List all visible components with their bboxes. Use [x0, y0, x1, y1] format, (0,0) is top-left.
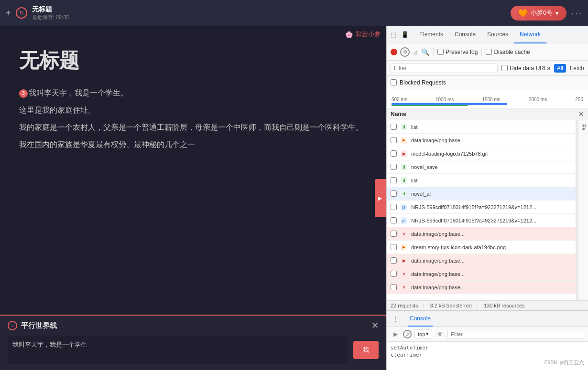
devtools-status-bar: 22 requests 3.2 kB transferred 130 kB re…	[387, 300, 588, 310]
network-item[interactable]: ▶ model-loading-logo.b7125b78.gif	[387, 147, 576, 160]
network-item-name: list	[411, 124, 572, 130]
network-item-selected[interactable]: d novel_ai	[387, 187, 576, 201]
timeline-area: 500 ms 1000 ms 1500 ms 2000 ms 250	[387, 89, 588, 108]
top-selector[interactable]: top ▾	[414, 329, 432, 338]
network-item[interactable]: ▶ data:image/png;base...	[387, 134, 576, 147]
inspect-icon[interactable]: ⬚	[389, 30, 398, 40]
search-icon[interactable]: 🔍	[421, 48, 429, 56]
disable-cache-checkbox[interactable]	[486, 49, 492, 55]
preserve-log-checkbox[interactable]	[437, 49, 444, 55]
network-item-checkbox[interactable]	[391, 244, 397, 250]
tab-network[interactable]: Network	[514, 26, 546, 43]
tab-elements[interactable]: Elements	[414, 26, 449, 43]
top-bar-left: + ↻ 无标题 最近保存: 09:35	[6, 5, 506, 21]
filter-all-button[interactable]: All	[554, 64, 566, 73]
preserve-log-text: Preserve log	[446, 49, 478, 55]
network-item-checkbox[interactable]	[391, 257, 397, 264]
network-item[interactable]: d list	[387, 174, 576, 187]
panel-action-button[interactable]: 我	[353, 341, 379, 359]
editor-content[interactable]: 无标题 3我叫李天宇，我是一个学生。 这里是我的家庭住址。 我的家庭是一个农村人…	[0, 42, 386, 339]
preserve-log-label[interactable]: Preserve log	[437, 49, 478, 55]
col-name-header: Name	[391, 111, 578, 117]
network-list-main: d list ▶ data:image/png;base... ▶	[387, 120, 576, 300]
devtools-toolbar: ⊘ ⊿ 🔍 Preserve log Disable cache	[387, 43, 588, 61]
tab-console[interactable]: Console	[449, 26, 481, 43]
device-icon[interactable]: 📱	[400, 30, 410, 40]
tab-console-active[interactable]: Console	[408, 311, 433, 327]
save-time: 最近保存: 09:35	[32, 14, 69, 21]
network-item[interactable]: d novel_save	[387, 160, 576, 174]
network-item-error[interactable]: ✕ data:image/png;base...	[387, 281, 576, 294]
console-line-1: clearTimer	[391, 352, 584, 358]
filter-icon[interactable]: ⊿	[413, 48, 418, 56]
network-item-error[interactable]: ✕ data:image/png;base...	[387, 227, 576, 241]
network-item-checkbox[interactable]	[391, 177, 397, 183]
network-status-doc-icon: d	[401, 177, 407, 184]
network-status-doc-icon: d	[401, 164, 407, 170]
network-item[interactable]: js NRJS-599cdff0718014f915f?a=923271219&…	[387, 201, 576, 214]
filter-input[interactable]	[391, 63, 498, 73]
network-item-checkbox[interactable]	[391, 271, 397, 277]
novel-title: 无标题	[19, 47, 367, 74]
separator-2	[481, 47, 482, 57]
side-indicator-label: ▶	[378, 195, 384, 201]
network-item-checkbox[interactable]	[391, 124, 397, 130]
bottom-panel-title: ○ 平行世界线	[8, 321, 57, 330]
clear-button[interactable]: ⊘	[400, 47, 410, 57]
console-filter-input[interactable]	[447, 330, 584, 338]
network-item-checkbox[interactable]	[391, 284, 397, 290]
main-container: 🌸 彩云小梦 无标题 3我叫李天宇，我是一个学生。 这里是我的家庭住址。 我的家…	[0, 26, 588, 370]
bottom-panel-header: ○ 平行世界线 ✕	[0, 316, 386, 336]
novel-text: 3我叫李天宇，我是一个学生。 这里是我的家庭住址。 我的家庭是一个农村人，父亲是…	[19, 85, 367, 152]
more-button[interactable]: ···	[571, 8, 582, 19]
network-status-err-icon: ▶	[401, 257, 407, 264]
network-list[interactable]: d list ▶ data:image/png;base... ▶	[387, 120, 576, 300]
hide-data-urls-label[interactable]: Hide data URLs	[501, 65, 550, 72]
network-item-error[interactable]: ▶ data:image/png;base...	[387, 254, 576, 267]
disable-cache-text: Disable cache	[494, 49, 530, 55]
disable-cache-label[interactable]: Disable cache	[486, 49, 530, 55]
network-item-checkbox[interactable]	[391, 217, 397, 223]
console-exec-icon[interactable]: ▶	[391, 329, 400, 339]
devtools-tabs: ⬚ 📱 Elements Console Sources Network	[387, 26, 588, 43]
refresh-icon[interactable]: ↻	[16, 7, 27, 19]
console-dots-icon[interactable]: ⋮	[391, 311, 400, 327]
devtools-tab-icons: ⬚ 📱	[389, 30, 410, 40]
console-clear-icon[interactable]: ⊘	[403, 330, 412, 338]
filter-fetch-button[interactable]: Fetch	[570, 65, 584, 72]
add-button[interactable]: +	[6, 8, 11, 18]
panel-icon: ○	[8, 321, 17, 330]
network-item-name: NRJS-599cdff0718014f915f?a=923271219&v=1…	[411, 204, 572, 210]
tab-sources[interactable]: Sources	[481, 26, 514, 43]
panel-text: 我叫李天宇，我是一个学生	[8, 336, 348, 364]
blocked-requests-checkbox[interactable]	[391, 79, 397, 85]
user-badge[interactable]: 🧡 小梦0号 ▾	[511, 6, 566, 21]
console-section: ⋮ Console ▶ ⊘ top ▾ 👁 setAutoTimer clear…	[387, 310, 588, 370]
network-item-checkbox[interactable]	[391, 231, 397, 237]
network-item[interactable]: js NRJS-599cdff0718014f915f?a=923271219&…	[387, 214, 576, 227]
record-button[interactable]	[391, 49, 397, 55]
hide-data-urls-checkbox[interactable]	[501, 65, 508, 71]
close-panel-button[interactable]: ✕	[371, 320, 379, 331]
network-item-checkbox[interactable]	[391, 137, 397, 143]
network-item[interactable]: ▶ dream-story-tips-icon-dark.afa194bc.pn…	[387, 241, 576, 254]
network-status-doc-icon: d	[401, 190, 407, 197]
eye-icon[interactable]: 👁	[435, 329, 445, 339]
top-label: top	[418, 331, 425, 337]
network-item[interactable]: d list	[387, 120, 576, 134]
response-label: Re	[581, 124, 586, 130]
top-dropdown-icon: ▾	[426, 331, 429, 337]
user-name: 小梦0号	[531, 9, 553, 17]
network-item-checkbox[interactable]	[391, 204, 397, 210]
timeline-label-4: 250	[575, 97, 583, 102]
network-item-checkbox[interactable]	[391, 150, 397, 157]
close-devtools-button[interactable]: ✕	[578, 110, 584, 118]
network-item-error[interactable]: ✕ data:image/png;base...	[387, 267, 576, 281]
network-item-name: model-loading-logo.b7125b78.gif	[411, 151, 572, 157]
network-item-checkbox[interactable]	[391, 164, 397, 170]
network-item-name: data:image/png;base...	[411, 285, 572, 290]
network-list-wrapper: d list ▶ data:image/png;base... ▶	[387, 120, 588, 300]
network-item-checkbox[interactable]	[391, 190, 397, 197]
divider-line	[19, 162, 367, 162]
side-indicator[interactable]: ▶	[375, 179, 386, 217]
